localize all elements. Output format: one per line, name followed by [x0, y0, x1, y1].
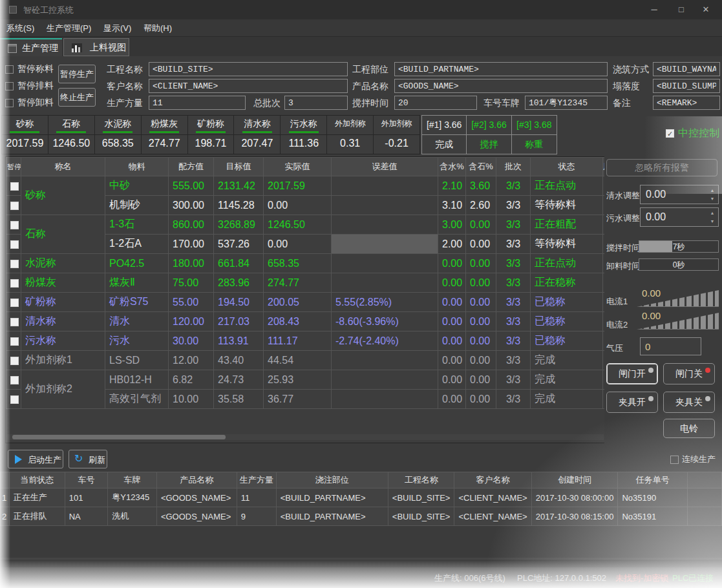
remark-input[interactable]: [653, 96, 720, 110]
table-row[interactable]: 粉煤灰 煤灰Ⅱ 75.00 283.96 274.77 0.00 0.00 3/…: [6, 273, 606, 293]
build-part-label: 工程部位: [352, 64, 388, 76]
scale-name-cell: 清水称: [21, 312, 105, 331]
mix-time-input[interactable]: [394, 96, 477, 110]
build-site-label: 工程名称: [107, 64, 143, 76]
volume-label: 生产方量: [107, 98, 143, 109]
spinner-arrows-icon[interactable]: ▲▼: [708, 209, 717, 226]
refresh-icon: ↻: [74, 452, 83, 465]
central-control-checkbox[interactable]: ✓中控控制: [666, 127, 719, 140]
scale-flyash: 粉煤灰274.77: [142, 116, 187, 154]
tab-feeding-view[interactable]: 上料视图: [63, 38, 129, 56]
table-row[interactable]: 污水称 污水 30.00 113.91 111.17 -2.74(-2.40%)…: [6, 331, 606, 351]
slump-label: 塌落度: [613, 81, 640, 92]
slump-input[interactable]: [653, 79, 720, 93]
mixer-2-weight: [#2] 3.66: [467, 116, 511, 135]
menu-help[interactable]: 帮助(H): [143, 23, 172, 34]
minimize-icon[interactable]: ─: [643, 3, 665, 17]
row-checkbox[interactable]: [10, 182, 19, 191]
batching-table: 暂停称料 称名 物料 配方值 目标值 实际值 误差值 含水% 含石% 批次 状态…: [6, 157, 606, 409]
row-checkbox[interactable]: [10, 337, 19, 346]
row-checkbox[interactable]: [10, 260, 19, 268]
clamp-close-button[interactable]: 夹具关: [663, 392, 715, 413]
row-checkbox[interactable]: [10, 299, 19, 307]
discharge-time-progressbar: 0秒: [639, 258, 719, 271]
scale-name-cell: 砂称: [21, 176, 105, 215]
row-checkbox[interactable]: [10, 279, 19, 288]
scale-freshwater: 清水称207.47: [234, 116, 280, 154]
task-row[interactable]: 1 正在生产 101 粤Y12345 <GOODS_NAME> 11 <BUIL…: [1, 488, 722, 507]
spinner-arrows-icon[interactable]: ▲▼: [708, 186, 717, 203]
menu-system[interactable]: 系统(S): [6, 23, 34, 34]
gate-close-button[interactable]: 闸门关: [663, 363, 715, 384]
table-row[interactable]: 外加剂称2 HB012-H 6.82 24.73 25.93 0.00 0.00…: [6, 370, 606, 390]
current1-value: 0.00: [642, 288, 661, 299]
bell-button[interactable]: 电铃: [663, 419, 715, 438]
build-part-input[interactable]: [394, 62, 608, 76]
start-production-button[interactable]: 启动生产: [8, 450, 63, 468]
pause-production-button[interactable]: 暂停生产: [58, 65, 96, 83]
menu-display[interactable]: 显示(V): [103, 23, 131, 34]
volume-input[interactable]: [149, 96, 246, 110]
mixer-1-weight: [#1] 3.66: [422, 116, 467, 135]
pause-unloading-checkbox[interactable]: 暂停卸料: [5, 97, 54, 109]
build-site-input[interactable]: [149, 62, 348, 76]
checkbox-icon[interactable]: [5, 65, 14, 74]
row-checkbox[interactable]: [10, 395, 19, 404]
batches-label: 总批次: [253, 98, 281, 109]
continuous-production-checkbox[interactable]: 连续生产: [670, 454, 716, 465]
scale-active-underline: [242, 131, 272, 133]
fresh-water-adj-spinner[interactable]: 0.00 ▲▼: [640, 185, 719, 204]
row-checkbox[interactable]: [10, 202, 19, 210]
horizontal-scrollbar[interactable]: [7, 434, 604, 440]
client-input[interactable]: [149, 79, 348, 93]
row-checkbox[interactable]: [10, 240, 19, 249]
table-row[interactable]: 矿粉称 矿粉S75 55.00 194.50 200.05 5.55(2.85%…: [6, 293, 606, 312]
table-row[interactable]: 石称 1-3石 860.00 3268.89 1246.50 3.00 0.00…: [6, 215, 606, 235]
checkbox-checked-icon[interactable]: ✓: [666, 129, 674, 138]
mixer-2-state: 搅拌: [467, 135, 511, 154]
checkbox-icon[interactable]: [5, 82, 14, 90]
mix-time-progress-label: 搅拌时间: [606, 242, 640, 254]
checkbox-icon[interactable]: [5, 99, 14, 107]
pressure-label: 气压: [606, 342, 623, 354]
gate-open-button[interactable]: 闸门开: [606, 363, 658, 384]
table-row[interactable]: 清水称 清水 120.00 217.03 208.43 -8.60(-3.96%…: [6, 312, 606, 331]
app-window: 智砼工控系统 ─ □ ✕ 系统(S) 生产管理(P) 显示(V) 帮助(H) 生…: [0, 0, 722, 588]
row-checkbox[interactable]: [10, 221, 19, 229]
checkbox-icon[interactable]: [670, 456, 679, 464]
ignore-all-alarms-button[interactable]: 忽略所有报警: [606, 159, 717, 176]
alarm-status: 未找到-加密锁: [615, 572, 668, 584]
maximize-icon[interactable]: □: [670, 3, 692, 17]
current2-value: 0.00: [642, 310, 661, 321]
scale-mineral: 矿粉称198.71: [188, 116, 234, 154]
task-row[interactable]: 2 正在排队 NA 洗机 <GOODS_NAME> 9 <BUILD_PARTN…: [1, 507, 722, 526]
pause-discharging-checkbox[interactable]: 暂停排料: [5, 80, 54, 92]
refresh-button[interactable]: ↻ 刷新: [69, 450, 107, 468]
menu-production[interactable]: 生产管理(P): [47, 23, 91, 34]
stop-production-button[interactable]: 终止生产: [58, 88, 96, 107]
pressure-input[interactable]: [640, 337, 701, 355]
waste-water-adj-spinner[interactable]: 0.00 ▲▼: [640, 207, 719, 227]
close-icon[interactable]: ✕: [695, 3, 717, 17]
pause-weighing-checkbox[interactable]: 暂停称料: [5, 63, 54, 75]
indicator-dot: [648, 368, 653, 373]
scale-name-cell: 粉煤灰: [21, 273, 105, 293]
scrollbar-thumb[interactable]: [12, 435, 226, 439]
table-row[interactable]: 水泥称 PO42.5 180.00 661.84 658.35 0.00 0.0…: [6, 254, 606, 273]
build-way-input[interactable]: [653, 62, 720, 76]
tab-production-management[interactable]: 生产管理: [0, 38, 62, 56]
scale-name-cell: 外加剂称1: [21, 351, 105, 370]
scale-cement: 水泥称658.35: [95, 116, 141, 154]
current1-label: 电流1: [606, 296, 628, 308]
row-checkbox[interactable]: [10, 357, 19, 365]
batches-input[interactable]: [284, 96, 348, 110]
goods-input[interactable]: [394, 79, 608, 93]
row-checkbox[interactable]: [10, 318, 19, 326]
row-checkbox[interactable]: [10, 376, 19, 384]
plc-connected-status: PLC已连接: [672, 572, 714, 584]
truck-input[interactable]: [525, 96, 608, 110]
task-header-row: 当前状态 车号 车牌 产品名称 生产方量 浇注部位 工程名称 客户名称 创建时间…: [1, 472, 722, 488]
table-row[interactable]: 砂称 中砂 555.00 2131.42 2017.59 2.10 3.60 3…: [6, 176, 606, 196]
clamp-open-button[interactable]: 夹具开: [606, 392, 658, 413]
table-row[interactable]: 外加剂称1 LS-SD 12.00 43.40 44.54 0.00 0.00 …: [6, 351, 606, 370]
